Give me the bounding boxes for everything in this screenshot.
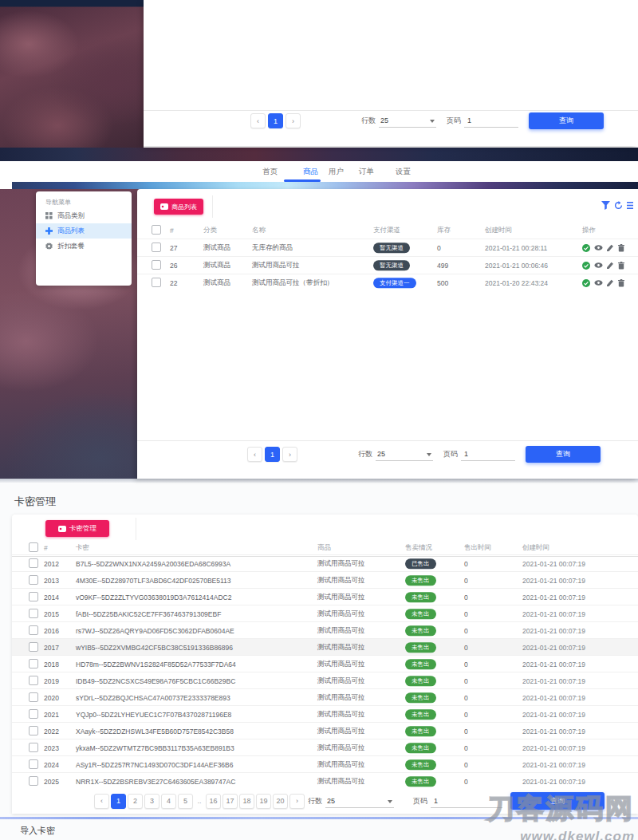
page-button[interactable]: 17 (223, 794, 238, 809)
page-button[interactable]: 5 (178, 794, 193, 809)
select-all-checkbox[interactable] (29, 542, 38, 552)
table-row[interactable]: 2014 vO9KF--5DZ2ZLTYVG03638019D3A7612414… (12, 588, 638, 605)
row-checkbox[interactable] (152, 278, 161, 287)
table-row[interactable]: 27 测试商品 无库存的商品 暂无渠道 0 2021-01-21 00:28:1… (137, 239, 638, 256)
delete-icon[interactable] (618, 244, 624, 252)
status-check-icon[interactable] (582, 279, 590, 287)
sale-status-badge: 未售出 (405, 592, 436, 602)
prev-page-button[interactable]: ‹ (247, 447, 262, 462)
row-checkbox[interactable] (29, 776, 38, 786)
row-checkbox[interactable] (29, 625, 38, 635)
page-number-input[interactable]: 1 (464, 114, 518, 128)
sidebar-item-discount-packages[interactable]: 折扣套餐 (36, 239, 132, 254)
tab-orders[interactable]: 订单 (359, 167, 374, 177)
delete-icon[interactable] (618, 279, 624, 287)
col-stock: 库存 (437, 226, 451, 235)
row-checkbox[interactable] (29, 642, 38, 652)
toolbar-separator (212, 195, 213, 218)
page-number-input[interactable]: 1 (461, 448, 515, 461)
query-button[interactable]: 查询 (529, 112, 604, 129)
page-button[interactable]: 20 (273, 794, 288, 809)
rows-per-page-select[interactable]: 25 (376, 448, 433, 461)
table-row[interactable]: 2025 NRR1X--5DZ2BSREBV3E27C6463605EA3897… (12, 772, 638, 790)
row-checkbox[interactable] (29, 575, 38, 585)
table-row[interactable]: 2022 XAayk--5DZ2DZHSWL34FE5B60D757E8542C… (12, 722, 638, 739)
page-button[interactable]: 1 (111, 794, 126, 809)
table-row[interactable]: 2016 rs7WJ--5DZ26AQRY9AD06FD5C3062DFAB06… (12, 621, 638, 639)
page-number-input[interactable]: 1 (431, 795, 502, 808)
card-key-manage-button[interactable]: 卡密管理 (45, 520, 109, 537)
sale-status-badge: 未售出 (405, 609, 436, 619)
view-icon[interactable] (594, 244, 603, 251)
section-divider-line (0, 817, 638, 819)
page-button[interactable]: 18 (239, 794, 254, 809)
table-row[interactable]: 2012 B7L5--5DZ2WNX1NXA2459A20036EDA68C69… (12, 554, 638, 572)
page-number-label: 页码 (447, 116, 461, 126)
row-checkbox[interactable] (29, 592, 38, 601)
edit-icon[interactable] (607, 262, 614, 269)
table-row[interactable]: 2017 wYIB5--5DZ2XVMBG42CF5BC38C5191336B8… (12, 638, 638, 656)
page-button[interactable]: 2 (128, 794, 143, 809)
row-checkbox[interactable] (29, 743, 38, 752)
columns-icon[interactable] (627, 201, 633, 210)
table-row[interactable]: 22 测试商品 测试用商品可拉（带折扣） 支付渠道一 500 2021-01-2… (137, 274, 638, 291)
edit-icon[interactable] (607, 279, 614, 286)
row-checkbox[interactable] (29, 726, 38, 735)
row-checkbox[interactable] (29, 676, 38, 685)
row-checkbox[interactable] (29, 609, 38, 618)
table-row[interactable]: 2018 HD78m--5DZ2BWNV1S2824F85D52A77533F7… (12, 655, 638, 672)
refresh-icon[interactable] (614, 201, 623, 210)
tab-users[interactable]: 用户 (329, 167, 344, 177)
rows-per-page-select[interactable]: 25 (325, 795, 394, 808)
tab-settings[interactable]: 设置 (396, 167, 411, 177)
page-button[interactable]: 19 (256, 794, 271, 809)
row-checkbox[interactable] (29, 692, 38, 702)
product-list-button[interactable]: 商品列表 (154, 199, 203, 215)
row-checkbox[interactable] (29, 659, 38, 668)
card-product: 测试用商品可拉 (317, 643, 365, 653)
next-page-button[interactable]: › (286, 113, 301, 128)
next-page-button[interactable]: › (289, 794, 305, 809)
filter-icon[interactable] (601, 201, 610, 210)
status-check-icon[interactable] (582, 244, 590, 252)
tab-products[interactable]: 商品 (303, 167, 318, 177)
delete-icon[interactable] (618, 262, 624, 270)
page-button[interactable]: 3 (144, 794, 160, 809)
row-checkbox[interactable] (152, 243, 161, 252)
edit-icon[interactable] (607, 244, 614, 251)
table-row[interactable]: 2023 ykxaM--5DZ2WTMTZ7BC9BB3117B35A63EB8… (12, 739, 638, 756)
page-button[interactable]: 1 (268, 113, 283, 128)
row-checkbox[interactable] (29, 759, 38, 769)
rows-per-page-select[interactable]: 25 (379, 114, 436, 128)
view-icon[interactable] (594, 262, 603, 269)
view-icon[interactable] (594, 279, 603, 286)
table-row[interactable]: 2020 sYDrL--5DZ2BQJCHSAC47A00737E2333378… (12, 688, 638, 706)
card-created-time: 2021-01-21 00:07:19 (522, 744, 585, 752)
status-check-icon[interactable] (582, 262, 590, 270)
tab-home[interactable]: 首页 (262, 167, 278, 177)
table-row[interactable]: 2013 4M30E--5DZ28970TLF3ABD6C42DF02570BE… (12, 571, 638, 589)
query-button[interactable]: 查询 (510, 792, 605, 810)
select-all-checkbox[interactable] (152, 225, 161, 235)
page-button[interactable]: 1 (265, 447, 280, 462)
sidebar-item-product-categories[interactable]: 商品类别 (36, 208, 132, 223)
table-row[interactable]: 2019 IDB49--5DZ2NCSXCS49E98A76F5CBC1C66B… (12, 672, 638, 689)
page-button[interactable]: 16 (206, 794, 221, 809)
page-button[interactable]: 4 (161, 794, 176, 809)
prev-page-button[interactable]: ‹ (250, 113, 266, 128)
row-checkbox[interactable] (152, 260, 161, 270)
next-page-button[interactable]: › (282, 447, 297, 462)
page-button[interactable]: .. (195, 794, 204, 809)
table-row[interactable]: 2021 YQJp0--5DZ2LYHEYUEC1C7F07B437028711… (12, 705, 638, 723)
query-button[interactable]: 查询 (526, 446, 601, 463)
table-row[interactable]: 2024 ASy1R--5DZ257R7NC1493D070C3DF144AEF… (12, 755, 638, 773)
table-row[interactable]: 2015 fABt--5DZ25BAKIC52CE7FF367463791309… (12, 605, 638, 622)
sidebar-item-product-list[interactable]: 商品列表 (36, 223, 132, 239)
row-checkbox[interactable] (29, 709, 38, 719)
row-checkbox[interactable] (29, 558, 38, 568)
card-product: 测试用商品可拉 (317, 593, 365, 602)
gear-icon (45, 243, 53, 250)
sale-status-badge: 未售出 (405, 743, 436, 753)
table-row[interactable]: 26 测试商品 测试用商品可拉 暂无渠道 499 2021-01-21 00:0… (137, 256, 638, 274)
prev-page-button[interactable]: ‹ (94, 794, 109, 809)
